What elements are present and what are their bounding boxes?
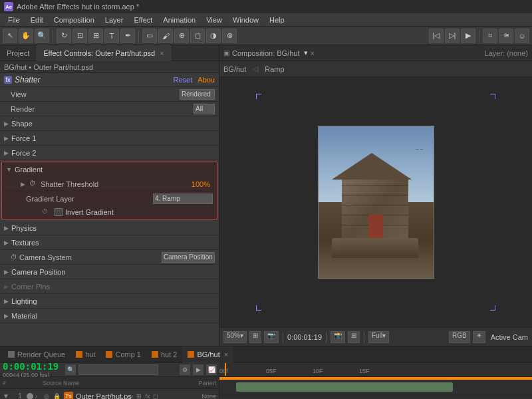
gradient-layer-dropdown[interactable]: 4. Ramp	[153, 194, 213, 204]
layer-audio-btn[interactable]: ♪	[35, 393, 43, 400]
fit-to-comp-btn[interactable]: ⊞	[249, 331, 261, 343]
hut-structure	[332, 145, 418, 238]
bghut-tab-close[interactable]: ×	[224, 346, 228, 362]
effect-controls-content[interactable]: fx Shatter Reset Abou View Rendered Wire…	[0, 73, 219, 346]
menu-layer[interactable]: Layer	[100, 13, 129, 27]
timeline-preview-btn[interactable]: ▶	[193, 364, 203, 375]
toolbar-face[interactable]: ☺	[515, 29, 529, 43]
fx-enable-toggle[interactable]: fx	[4, 76, 12, 84]
toolbar-workarea-end[interactable]: ▷|	[445, 29, 460, 43]
comp-close-btn[interactable]: ×	[311, 49, 315, 57]
channel-btn[interactable]: RGB	[449, 331, 470, 343]
menu-edit[interactable]: Edit	[25, 13, 49, 27]
menu-file[interactable]: File	[3, 13, 25, 27]
toolbar-brush-tool[interactable]: 🖌	[158, 29, 173, 43]
camera-stopwatch-icon[interactable]: ⏱	[11, 253, 17, 261]
right-panel: ▣ Composition: BG/hut ▾ × Layer: (none) …	[219, 45, 532, 346]
force1-section[interactable]: ▶ Force 1	[0, 131, 219, 146]
effect-controls-close[interactable]: ×	[160, 49, 164, 57]
tab-render-queue[interactable]: Render Queue	[3, 346, 70, 362]
toolbar-zoom-tool[interactable]: 🔍	[35, 29, 49, 43]
comp-breadcrumb-bghut[interactable]: BG/hut	[223, 65, 246, 73]
view-dropdown[interactable]: Rendered Wireframe	[180, 89, 215, 100]
textures-section[interactable]: ▶ Textures	[0, 235, 219, 250]
ae-app-icon: Ae	[4, 2, 13, 11]
layer-none-label: Layer: (none)	[485, 49, 528, 57]
layer-number: 1	[15, 392, 25, 399]
toolbar-roto-tool[interactable]: ◑	[206, 29, 221, 43]
timeline-settings-btn[interactable]: ⚙	[180, 364, 190, 375]
tab-hut2[interactable]: hut 2	[146, 346, 182, 362]
toolbar-pan-tool[interactable]: ⊞	[88, 29, 103, 43]
hut-tab-label: hut	[85, 346, 95, 362]
fx-about-button[interactable]: Abou	[198, 76, 215, 84]
tab-bghut[interactable]: BG/hut ×	[182, 346, 233, 362]
toolbar-cam-tool[interactable]: ⊡	[72, 29, 87, 43]
zoom-dropdown[interactable]: 50%▾	[223, 331, 247, 343]
toolbar-eraser-tool[interactable]: ◻	[190, 29, 205, 43]
layer-parent-arrow: ◻	[153, 393, 158, 400]
shatter-threshold-expand-icon[interactable]: ▶	[21, 181, 27, 188]
force2-arrow-icon: ▶	[4, 150, 9, 156]
toolbar-select-tool[interactable]: ↖	[3, 29, 17, 43]
material-section[interactable]: ▶ Material	[0, 309, 219, 323]
timeline-timecode[interactable]: 0:00:01:19	[3, 361, 59, 372]
effect-controls-tab[interactable]: Effect Controls: Outer Part/hut.psd ×	[37, 45, 171, 61]
physics-section[interactable]: ▶ Physics	[0, 221, 219, 235]
render-dropdown[interactable]: All Layer	[194, 104, 215, 114]
force2-section[interactable]: ▶ Force 2	[0, 146, 219, 160]
shape-section[interactable]: ▶ Shape	[0, 116, 219, 131]
menu-composition[interactable]: Composition	[49, 13, 100, 27]
toolbar-snapping[interactable]: ⌗	[483, 29, 497, 43]
panel-tabs: Project Effect Controls: Outer Part/hut.…	[0, 45, 219, 61]
grid-btn[interactable]: ⊞	[348, 331, 360, 343]
timeline-search-input[interactable]	[78, 364, 158, 375]
tab-comp1[interactable]: Comp 1	[100, 346, 146, 362]
invert-gradient-checkbox[interactable]	[55, 208, 63, 216]
camera-system-dropdown[interactable]: Camera Position	[162, 252, 215, 263]
project-tab[interactable]: Project	[0, 45, 37, 61]
layer-name[interactable]: Outer Part/hut.psd	[76, 392, 132, 400]
lighting-arrow-icon: ▶	[4, 298, 9, 305]
breadcrumb-separator: ◁	[253, 65, 258, 73]
toolbar-hand-tool[interactable]: ✋	[19, 29, 33, 43]
menu-window[interactable]: Window	[227, 13, 264, 27]
toolbar-workarea-start[interactable]: |◁	[429, 29, 444, 43]
menu-view[interactable]: View	[201, 13, 227, 27]
comp-dropdown-icon[interactable]: ▾	[304, 49, 308, 57]
comp-breadcrumb-ramp[interactable]: Ramp	[265, 65, 284, 73]
layer-visibility-btn[interactable]	[27, 393, 33, 400]
invert-stopwatch-icon[interactable]: ⏱	[42, 208, 53, 216]
toolbar-pen-tool[interactable]: ✒	[120, 29, 135, 43]
quality-dropdown[interactable]: Full▾	[368, 331, 389, 343]
toolbar-shape-tool[interactable]: ▭	[142, 29, 157, 43]
camera-position-section[interactable]: ▶ Camera Position	[0, 265, 219, 279]
shatter-threshold-value[interactable]: 100%	[192, 180, 210, 188]
toolbar-clone-tool[interactable]: ⊕	[174, 29, 189, 43]
timeline-graph-btn[interactable]: 📈	[206, 364, 217, 375]
stopwatch-icon[interactable]: ⏱	[29, 180, 39, 189]
toolbar-motion-blur[interactable]: ≋	[499, 29, 513, 43]
toolbar-puppet-tool[interactable]: ⊗	[222, 29, 237, 43]
lighting-section[interactable]: ▶ Lighting	[0, 294, 219, 309]
menu-effect[interactable]: Effect	[128, 13, 158, 27]
snapshot-btn[interactable]: 📷	[264, 331, 279, 343]
tab-hut[interactable]: hut	[70, 346, 100, 362]
exposure-btn[interactable]: ☀	[473, 331, 485, 343]
toolbar-rotate-tool[interactable]: ↻	[57, 29, 71, 43]
toolbar: ↖ ✋ 🔍 ↻ ⊡ ⊞ T ✒ ▭ 🖌 ⊕ ◻ ◑ ⊗ |◁ ▷| ▶ ⌗ ≋ …	[0, 27, 532, 45]
gradient-section[interactable]: ▼ Gradient	[2, 162, 217, 177]
menu-animation[interactable]: Animation	[158, 13, 201, 27]
camera-btn[interactable]: 📸	[331, 331, 345, 343]
layer-solo-btn[interactable]: ◎	[44, 393, 52, 400]
layer-lock-btn[interactable]: 🔒	[53, 393, 61, 400]
preview-corner-tr	[490, 94, 495, 99]
preview-timecode: 0:00:01:19	[287, 333, 322, 341]
layer-expand-btn[interactable]: ▼	[3, 392, 13, 399]
menu-help[interactable]: Help	[264, 13, 290, 27]
toolbar-preview[interactable]: ▶	[461, 29, 475, 43]
fx-reset-button[interactable]: Reset	[174, 76, 193, 84]
toolbar-text-tool[interactable]: T	[104, 29, 119, 43]
timeline-search-icon[interactable]: 🔍	[65, 364, 76, 375]
col-source: Source Name	[43, 380, 187, 386]
